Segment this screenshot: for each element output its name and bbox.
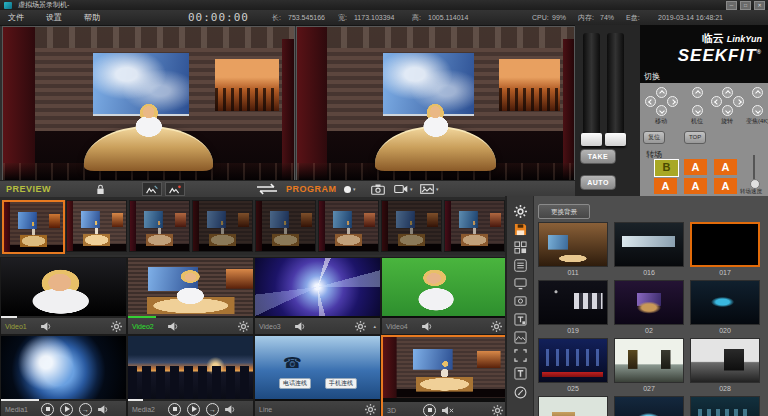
lock-icon[interactable] bbox=[96, 183, 105, 195]
preview-monitor[interactable] bbox=[2, 26, 295, 181]
media1-thumbnail[interactable] bbox=[1, 336, 126, 399]
strip-scene-thumb[interactable] bbox=[444, 200, 505, 252]
scene-thumb-016[interactable]: 016 bbox=[614, 222, 684, 278]
take-button[interactable]: TAKE bbox=[580, 149, 616, 164]
scene-thumb-011[interactable]: 011 bbox=[538, 222, 608, 278]
next-button[interactable]: → bbox=[79, 403, 92, 416]
strip-scene-thumb[interactable] bbox=[255, 200, 316, 252]
move-left-button[interactable] bbox=[645, 96, 656, 107]
scene-edit-icon[interactable] bbox=[142, 183, 162, 195]
volume-icon[interactable] bbox=[41, 322, 52, 331]
scene-thumb-025[interactable]: 025 bbox=[538, 338, 608, 394]
stop-button[interactable] bbox=[423, 404, 436, 416]
settings-gear-icon[interactable] bbox=[492, 405, 503, 416]
scene-thumb-02[interactable]: 02 bbox=[614, 280, 684, 336]
transition-key-b[interactable]: B bbox=[654, 159, 679, 177]
strip-scene-thumb[interactable] bbox=[318, 200, 379, 252]
rotate-up-button[interactable] bbox=[722, 87, 733, 98]
scene-thumb[interactable] bbox=[538, 396, 608, 416]
scene-group-icon[interactable] bbox=[513, 240, 528, 254]
background-image-icon[interactable] bbox=[513, 330, 528, 344]
position-down-button[interactable] bbox=[692, 105, 703, 116]
record-icon[interactable]: ▾ bbox=[344, 183, 356, 195]
transition-speed-slider[interactable] bbox=[753, 155, 755, 185]
strip-scene-thumb[interactable] bbox=[129, 200, 190, 252]
monitor-icon[interactable] bbox=[513, 276, 528, 290]
menu-help[interactable]: 帮助 bbox=[78, 10, 106, 25]
zoom-in-button[interactable] bbox=[752, 87, 763, 98]
play-button[interactable] bbox=[60, 403, 73, 416]
image-output-icon[interactable]: ▾ bbox=[420, 183, 439, 195]
save-icon[interactable] bbox=[513, 222, 528, 236]
subtitle-icon[interactable] bbox=[513, 312, 528, 326]
transition-key-a4[interactable]: A bbox=[684, 178, 707, 194]
close-button[interactable]: ✕ bbox=[754, 1, 765, 10]
maximize-button[interactable]: □ bbox=[740, 1, 751, 10]
transition-key-a5[interactable]: A bbox=[714, 178, 737, 194]
strip-scene-thumb[interactable] bbox=[381, 200, 442, 252]
strip-scene-thumb[interactable] bbox=[192, 200, 253, 252]
strip-scene-thumb[interactable] bbox=[66, 200, 127, 252]
scene-thumb-020[interactable]: 020 bbox=[690, 280, 760, 336]
virtual-camera-icon[interactable] bbox=[513, 294, 528, 308]
swap-preview-program-icon[interactable] bbox=[254, 183, 280, 195]
dropdown-icon[interactable]: ▴ bbox=[373, 323, 376, 329]
volume-icon[interactable] bbox=[295, 322, 306, 331]
top-button[interactable]: TOP bbox=[684, 131, 706, 144]
volume-icon[interactable] bbox=[98, 405, 109, 414]
annotate-pen-icon[interactable] bbox=[513, 385, 528, 399]
menu-settings[interactable]: 设置 bbox=[40, 10, 68, 25]
scene-edit-add-icon[interactable] bbox=[165, 183, 185, 195]
settings-gear-icon[interactable] bbox=[238, 321, 249, 332]
reset-button[interactable]: 复位 bbox=[643, 131, 665, 144]
scene-thumb-019[interactable]: 019 bbox=[538, 280, 608, 336]
tbar-paddle-right[interactable] bbox=[607, 33, 624, 133]
volume-icon[interactable] bbox=[422, 322, 433, 331]
scene-thumb-017[interactable]: 017 bbox=[690, 222, 760, 278]
scene3d-thumbnail[interactable] bbox=[383, 337, 507, 398]
volume-icon[interactable] bbox=[168, 322, 179, 331]
transition-key-a1[interactable]: A bbox=[684, 159, 707, 175]
video2-thumbnail[interactable] bbox=[128, 258, 253, 316]
scene-thumb-028[interactable]: 028 bbox=[690, 338, 760, 394]
scene-thumb[interactable] bbox=[690, 396, 760, 416]
position-up-button[interactable] bbox=[692, 87, 703, 98]
stop-button[interactable] bbox=[168, 403, 181, 416]
video3-thumbnail[interactable] bbox=[255, 258, 380, 316]
play-button[interactable] bbox=[187, 403, 200, 416]
snapshot-camera-icon[interactable] bbox=[371, 183, 385, 195]
zoom-out-button[interactable] bbox=[752, 105, 763, 116]
rotate-left-button[interactable] bbox=[711, 96, 722, 107]
minimize-button[interactable]: ─ bbox=[726, 1, 737, 10]
transition-key-a2[interactable]: A bbox=[714, 159, 737, 175]
settings-gear-icon[interactable] bbox=[111, 321, 122, 332]
next-button[interactable]: → bbox=[206, 403, 219, 416]
scene-thumb-027[interactable]: 027 bbox=[614, 338, 684, 394]
change-background-button[interactable]: 更换背景 bbox=[538, 204, 590, 219]
video4-thumbnail[interactable] bbox=[382, 258, 506, 316]
volume-muted-icon[interactable] bbox=[442, 406, 454, 415]
media2-thumbnail[interactable] bbox=[128, 336, 253, 399]
scene-thumb[interactable] bbox=[614, 396, 684, 416]
move-up-button[interactable] bbox=[656, 87, 667, 98]
settings-gear-icon[interactable] bbox=[513, 204, 528, 218]
stop-button[interactable] bbox=[41, 403, 54, 416]
strip-scene-thumb[interactable] bbox=[2, 200, 65, 254]
line-thumbnail[interactable]: ☎ 电话连线 手机连线 bbox=[255, 336, 380, 399]
auto-button[interactable]: AUTO bbox=[580, 175, 616, 190]
move-down-button[interactable] bbox=[656, 105, 667, 116]
rotate-right-button[interactable] bbox=[733, 96, 744, 107]
volume-icon[interactable] bbox=[225, 405, 236, 414]
video1-thumbnail[interactable] bbox=[1, 258, 126, 316]
frame-icon[interactable] bbox=[513, 348, 528, 362]
settings-gear-icon[interactable] bbox=[491, 321, 502, 332]
menu-file[interactable]: 文件 bbox=[2, 10, 30, 25]
text-icon[interactable] bbox=[513, 366, 528, 380]
stream-camera-icon[interactable]: ▾ bbox=[394, 183, 413, 195]
rotate-down-button[interactable] bbox=[722, 105, 733, 116]
playlist-icon[interactable] bbox=[513, 258, 528, 272]
tbar-paddle-left[interactable] bbox=[583, 33, 600, 133]
settings-gear-icon[interactable] bbox=[365, 404, 376, 415]
transition-key-a3[interactable]: A bbox=[654, 178, 677, 194]
move-right-button[interactable] bbox=[667, 96, 678, 107]
